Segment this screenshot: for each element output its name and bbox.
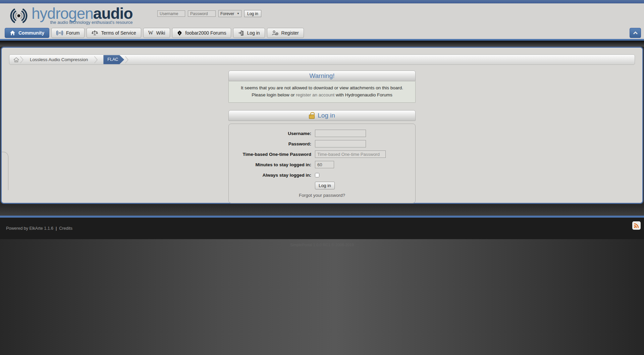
register-account-link[interactable]: register an account — [296, 92, 334, 97]
login-box: Log in Username: Password: Time-based On… — [228, 110, 416, 203]
foobar2000-icon — [177, 30, 182, 36]
username-row: Username: — [229, 130, 415, 137]
warning-line2-pre: Please login below or — [252, 92, 296, 97]
simpleportal-credit: SimplePortal 1.0.0 RC1 © 2008-2019 — [290, 243, 354, 247]
breadcrumb-item-current[interactable]: FLAC — [103, 55, 124, 64]
site-footer: Powered by ElkArte 1.1.6|Credits — [0, 218, 644, 239]
nav-item-label: Terms of Service — [101, 30, 136, 36]
main-content: Lossless Audio Compression FLAC Warning!… — [1, 47, 643, 204]
main-navbar: Community Forum Terms of Service W Wiki — [0, 28, 644, 39]
nav-item-label: Log in — [247, 30, 260, 36]
site-tagline: the audio technology enthusiast's resour… — [50, 20, 132, 25]
breadcrumb-home-icon[interactable] — [13, 57, 19, 62]
warning-line2-post: with Hydrogenaudio Forums — [334, 92, 392, 97]
totp-field[interactable] — [315, 150, 386, 158]
home-icon — [10, 30, 15, 36]
warning-box: Warning! It seems that you are not allow… — [228, 71, 416, 103]
totp-label: Time-based One-time Password — [229, 152, 311, 157]
login-title: Log in — [318, 112, 335, 119]
register-user-icon — [272, 30, 278, 36]
login-submit-button[interactable]: Log in — [315, 182, 335, 189]
minutes-label: Minutes to stay logged in: — [229, 162, 311, 167]
submit-row: Log in — [315, 182, 415, 189]
padlock-icon — [309, 115, 315, 119]
warning-body: It seems that you are not allowed to dow… — [228, 81, 416, 103]
nav-item-label: Forum — [66, 30, 79, 36]
breadcrumb-chevron-icon — [20, 56, 24, 64]
minutes-row: Minutes to stay logged in: — [229, 161, 415, 168]
wordmark-wrap: hydrogenaudio the audio technology enthu… — [32, 5, 133, 25]
broadcast-icon — [56, 30, 63, 36]
always-stay-checkbox[interactable] — [315, 173, 319, 177]
quick-login-bar: Forever ▼ Log in — [157, 10, 261, 17]
wiki-w-icon: W — [148, 30, 153, 36]
always-row: Always stay logged in: — [229, 171, 415, 179]
nav-item-label: Wiki — [156, 30, 165, 36]
top-accent-strip — [0, 0, 644, 3]
login-form-panel: Username: Password: Time-based One-time … — [228, 124, 416, 203]
dropdown-arrow-icon: ▼ — [237, 12, 239, 15]
password-field[interactable] — [315, 140, 366, 147]
quick-username-input[interactable] — [157, 10, 185, 17]
warning-line1: It seems that you are not allowed to dow… — [241, 85, 403, 90]
username-field[interactable] — [315, 130, 366, 137]
login-header: Log in — [228, 110, 416, 121]
collapse-header-button[interactable] — [630, 28, 641, 38]
quick-login-button[interactable]: Log in — [244, 10, 261, 17]
password-row: Password: — [229, 140, 415, 147]
minutes-field[interactable] — [315, 161, 334, 168]
dark-gradient-strip-top — [0, 41, 644, 47]
chevron-up-icon — [633, 31, 638, 35]
warning-header: Warning! — [228, 71, 416, 81]
totp-row: Time-based One-time Password — [229, 150, 415, 158]
site-name: hydrogenaudio — [32, 5, 133, 21]
powered-by-text: Powered by ElkArte 1.1.6 — [6, 226, 53, 231]
site-logo[interactable]: hydrogenaudio the audio technology enthu… — [9, 5, 133, 26]
credits-link[interactable]: Credits — [59, 226, 72, 231]
nav-item-register[interactable]: Register — [267, 28, 304, 38]
rss-button[interactable] — [632, 221, 641, 230]
session-length-select[interactable]: Forever ▼ — [218, 10, 241, 17]
breadcrumb-item-section[interactable]: Lossless Audio Compression — [30, 57, 88, 62]
site-header: hydrogenaudio the audio technology enthu… — [0, 3, 644, 28]
quick-password-input[interactable] — [188, 10, 216, 17]
rss-icon — [634, 223, 639, 228]
nav-item-terms-of-service[interactable]: Terms of Service — [87, 28, 141, 38]
forgot-password-link[interactable]: Forgot your password? — [229, 193, 415, 198]
session-length-value: Forever — [220, 11, 234, 16]
breadcrumb-chevron-icon — [94, 56, 98, 64]
username-label: Username: — [229, 131, 311, 136]
nav-item-label: Register — [281, 30, 299, 36]
login-door-icon — [238, 30, 244, 36]
nav-item-label: Community — [18, 30, 44, 36]
nav-item-forum[interactable]: Forum — [51, 28, 85, 38]
footer-separator: | — [56, 226, 57, 231]
page-background-area: SimplePortal 1.0.0 RC1 © 2008-2019 — [0, 239, 644, 355]
scales-icon — [92, 30, 98, 36]
footer-text: Powered by ElkArte 1.1.6|Credits — [6, 226, 72, 231]
always-label: Always stay logged in: — [229, 173, 311, 178]
nav-item-foobar2000-forums[interactable]: foobar2000 Forums — [172, 28, 231, 38]
nav-item-label: foobar2000 Forums — [185, 30, 226, 36]
sidebar-collapse-tab[interactable] — [2, 152, 8, 190]
dark-gradient-strip-bottom — [0, 204, 644, 216]
breadcrumb: Lossless Audio Compression FLAC — [9, 54, 635, 65]
breadcrumb-chevron-icon — [125, 56, 129, 64]
nav-item-community[interactable]: Community — [5, 28, 49, 38]
nav-item-wiki[interactable]: W Wiki — [143, 28, 170, 38]
nav-item-log-in[interactable]: Log in — [233, 28, 265, 38]
hydrogenaudio-mark-icon — [9, 5, 29, 26]
password-label: Password: — [229, 141, 311, 146]
warning-title: Warning! — [309, 72, 334, 80]
